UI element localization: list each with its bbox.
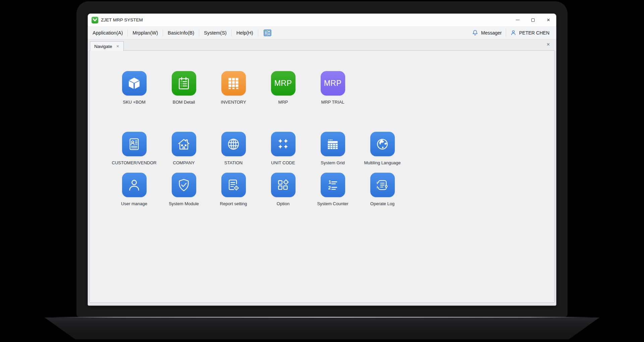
zjet-logo-icon [92, 17, 98, 23]
launcher-item-station[interactable]: STATION [209, 132, 258, 165]
launcher-item-system-module[interactable]: System Module [159, 173, 209, 206]
menu-item-basicinfo[interactable]: BasicInfo(B) [163, 26, 199, 39]
app-window: ZJET MRP SYSTEM ✕ Application(A)Mrpplan(… [88, 13, 556, 306]
maximize-button[interactable] [525, 14, 541, 26]
launcher-item-system-counter[interactable]: 12 System Counter [308, 173, 358, 206]
shield-check-icon [176, 178, 191, 192]
shapes-icon [276, 178, 290, 192]
launcher-item-multiling-language[interactable]: Multiling Language [358, 132, 407, 165]
launcher-item-user-manage[interactable]: User manage [109, 173, 159, 206]
menu-item-application[interactable]: Application(A) [88, 26, 127, 39]
tab-label: Navigate [94, 44, 112, 49]
launcher-tile [370, 132, 395, 156]
launcher-item-bom-detail[interactable]: BOM Detail [159, 71, 209, 105]
launcher-tile [122, 71, 147, 96]
launcher-item-label: User manage [121, 201, 147, 206]
launcher-item-label: System Grid [321, 160, 345, 165]
tab-bar: Navigate ✕ ✕ [88, 40, 556, 51]
tabbar-close-icon[interactable]: ✕ [546, 42, 550, 47]
menu-items: Application(A)Mrpplan(W)BasicInfo(B)Syst… [88, 26, 258, 39]
launcher-item-customer-vendor[interactable]: CUSTOMER/VENDOR [109, 132, 159, 165]
report-gear-icon [226, 178, 241, 192]
launcher-tile [172, 71, 196, 96]
table-icon [325, 137, 340, 152]
pallet-boxes-icon [226, 76, 241, 91]
launcher-item-label: MRP [278, 100, 288, 105]
launcher-item-label: SKU +BOM [123, 100, 146, 105]
menu-item-system[interactable]: System(S) [199, 26, 231, 39]
svg-text:2: 2 [328, 185, 331, 190]
user-name: PETER CHEN [519, 30, 549, 36]
mrp-text-icon: MRP [324, 79, 342, 88]
launcher-tile [221, 132, 246, 156]
launcher-row-3: User manage System Module Report setting… [109, 173, 407, 206]
launcher-item-system-grid[interactable]: System Grid [308, 132, 358, 165]
launcher-item-label: STATION [224, 160, 243, 165]
mrp-text-icon: MRP [274, 79, 292, 88]
messager-button[interactable]: Messager [468, 30, 505, 36]
launcher-item-mrp[interactable]: MRPMRP [258, 71, 308, 105]
menu-item-mrpplan[interactable]: Mrpplan(W) [128, 26, 163, 39]
clipboard-list-icon [176, 76, 191, 91]
bell-icon [472, 30, 478, 36]
launcher-tile: MRP [321, 71, 345, 96]
cube-icon [127, 76, 142, 91]
launcher-item-label: System Counter [317, 201, 348, 206]
person-icon [127, 178, 142, 192]
window-title: ZJET MRP SYSTEM [101, 17, 143, 22]
launcher-item-label: CUSTOMER/VENDOR [112, 160, 156, 165]
launcher-item-label: MRP TRIAL [321, 100, 344, 105]
launcher-tile [370, 173, 395, 197]
launcher-tile: MRP [271, 71, 296, 96]
launcher-tile [321, 132, 345, 156]
launcher-tile [271, 132, 296, 156]
minimize-button[interactable] [510, 14, 525, 26]
menu-item-help[interactable]: Help(H) [232, 26, 258, 39]
launcher-item-sku-bom[interactable]: SKU +BOM [109, 71, 159, 105]
tab-navigate[interactable]: Navigate ✕ [90, 41, 124, 51]
launcher-item-label: Option [277, 201, 289, 206]
launcher-item-label: INVENTORY [221, 100, 246, 105]
minimize-icon [516, 20, 520, 20]
launcher-tile [122, 173, 147, 197]
launcher-item-label: Operate Log [370, 201, 394, 206]
launcher-item-label: BOM Detail [173, 100, 195, 105]
layout-panes-button[interactable] [262, 28, 274, 38]
svg-text:1: 1 [328, 179, 331, 185]
numbered-list-icon: 12 [325, 178, 340, 192]
user-icon [510, 30, 517, 36]
title-bar: ZJET MRP SYSTEM ✕ [88, 14, 556, 26]
launcher-tile [172, 132, 196, 156]
launcher-tile [172, 173, 196, 197]
launcher-item-report-setting[interactable]: Report setting [209, 173, 258, 206]
operate-log-icon [375, 178, 390, 192]
launcher-item-option[interactable]: Option [258, 173, 308, 206]
launcher-item-inventory[interactable]: INVENTORY [209, 71, 258, 105]
launcher-item-label: System Module [169, 201, 199, 206]
launcher-item-label: COMPANY [173, 160, 195, 165]
launcher-item-mrp-trial[interactable]: MRPMRP TRIAL [308, 71, 358, 105]
window-controls: ✕ [510, 14, 556, 26]
launcher-tile [122, 132, 147, 156]
tab-close-icon[interactable]: ✕ [116, 45, 119, 48]
launcher-item-operate-log[interactable]: Operate Log [358, 173, 407, 206]
launcher-item-company[interactable]: COMPANY [159, 132, 209, 165]
close-button[interactable]: ✕ [541, 14, 556, 26]
menu-bar: Application(A)Mrpplan(W)BasicInfo(B)Syst… [88, 26, 556, 40]
launcher-item-label: Multiling Language [364, 160, 400, 165]
sparkles-icon [276, 137, 290, 152]
launcher-tile [271, 173, 296, 197]
launcher-item-unit-code[interactable]: UNIT CODE [258, 132, 308, 165]
id-card-icon [127, 137, 142, 152]
layout-panes-icon [264, 30, 271, 36]
laptop-base [45, 318, 599, 339]
user-button[interactable]: PETER CHEN [506, 30, 553, 36]
maximize-icon [531, 18, 535, 22]
launcher-item-label: Report setting [220, 201, 247, 206]
launcher-tile: 12 [321, 173, 345, 197]
launcher-tile [221, 173, 246, 197]
navigate-content-panel: SKU +BOM BOM Detail INVENTORYMRPMRPMRPMR… [89, 50, 555, 303]
close-icon: ✕ [547, 18, 550, 22]
launcher-tile [221, 71, 246, 96]
launcher-item-label: UNIT CODE [271, 160, 295, 165]
